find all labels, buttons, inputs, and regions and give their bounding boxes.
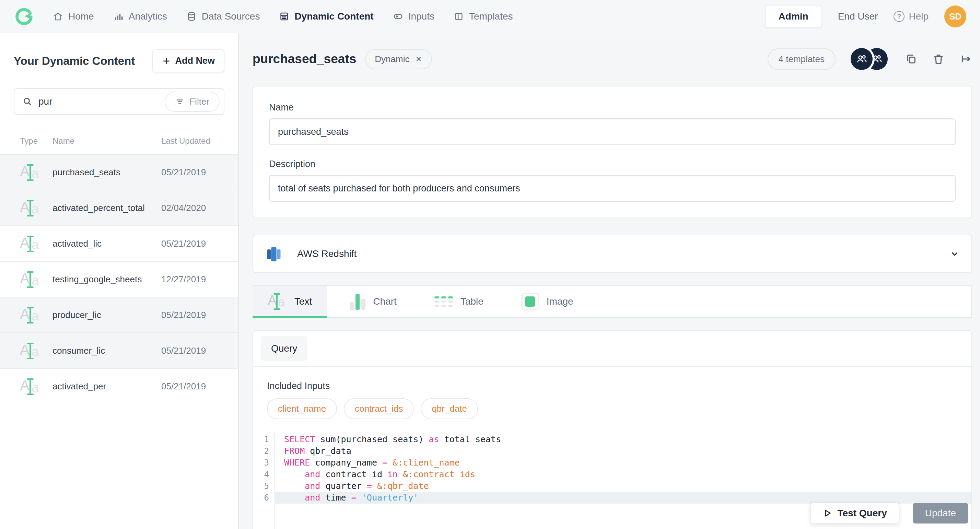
item-last-updated: 05/21/2019: [161, 381, 238, 392]
help-link[interactable]: ? Help: [894, 11, 929, 22]
line-number: 4: [253, 469, 275, 480]
content-list: Aapurchased_seats05/21/2019Aaactivated_p…: [0, 154, 238, 404]
item-last-updated: 05/21/2019: [161, 238, 238, 249]
input-chip[interactable]: client_name: [267, 398, 337, 419]
input-chip[interactable]: qbr_date: [421, 398, 478, 419]
code-token: WHERE: [284, 458, 310, 468]
templates-badge[interactable]: 4 templates: [768, 48, 835, 70]
list-item[interactable]: Aaactivated_per05/21/2019: [0, 368, 238, 404]
export-button[interactable]: [960, 53, 972, 65]
close-icon[interactable]: [415, 55, 422, 63]
code-token: quarter: [320, 481, 366, 491]
item-name: activated_lic: [52, 238, 161, 249]
nav-item-inputs[interactable]: Inputs: [393, 11, 434, 22]
datasource-card[interactable]: AWS Redshift: [253, 235, 972, 273]
tab-text[interactable]: A a Text: [253, 286, 327, 317]
list-item[interactable]: Aaactivated_percent_total02/04/2020: [0, 190, 238, 226]
code-token: and: [305, 481, 320, 491]
query-tab[interactable]: Query: [261, 336, 307, 361]
nav-item-label: Data Sources: [202, 11, 260, 22]
copy-icon: [905, 53, 917, 65]
item-last-updated: 05/21/2019: [161, 345, 238, 356]
end-user-toggle[interactable]: End User: [838, 11, 878, 22]
included-inputs-label: Included Inputs: [253, 381, 971, 391]
chevron-down-icon[interactable]: [950, 249, 960, 259]
description-label: Description: [269, 159, 956, 170]
sidebar: Your Dynamic Content Add New Filter Type…: [0, 33, 239, 529]
arrow-export-icon: [960, 53, 972, 65]
update-button[interactable]: Update: [913, 503, 968, 524]
code-token: 'Quarterly': [362, 492, 418, 503]
test-query-label: Test Query: [838, 508, 887, 519]
question-icon: ?: [894, 11, 905, 22]
item-last-updated: 05/21/2019: [161, 310, 238, 321]
avatar[interactable]: SD: [944, 5, 966, 27]
admin-toggle-button[interactable]: Admin: [765, 5, 822, 28]
redshift-icon: [265, 245, 283, 263]
column-type: Type: [20, 136, 52, 146]
tab-image[interactable]: Image: [506, 286, 589, 317]
nav-item-dynamic-content[interactable]: Dynamic Content: [279, 11, 373, 22]
code-token: SELECT: [284, 434, 315, 444]
input-chip[interactable]: contract_ids: [344, 398, 414, 419]
duplicate-button[interactable]: [905, 53, 917, 65]
name-field[interactable]: [269, 118, 956, 145]
item-name: producer_lic: [52, 310, 161, 321]
layout-icon: [453, 11, 464, 22]
nav-item-home[interactable]: Home: [53, 11, 94, 22]
add-new-button[interactable]: Add New: [152, 49, 224, 72]
description-field[interactable]: [269, 175, 956, 202]
line-number: 5: [253, 480, 275, 492]
code-token: contract_id: [320, 469, 387, 479]
main-panel: purchased_seats Dynamic 4 templates: [240, 33, 980, 529]
letter-a: a: [32, 202, 39, 216]
line-number: 6: [253, 492, 275, 504]
tab-label: Chart: [373, 296, 396, 307]
code-token: =: [352, 492, 356, 503]
text-type-icon: Aa: [20, 340, 42, 361]
text-type-icon: Aa: [20, 198, 42, 218]
dynamic-tag-label: Dynamic: [375, 54, 409, 65]
search-box: Filter: [14, 88, 224, 115]
test-query-button[interactable]: Test Query: [810, 503, 899, 524]
code-line: and contract_id in &:contract_ids: [275, 469, 971, 480]
filter-button[interactable]: Filter: [165, 92, 220, 112]
code-token: &:contract_ids: [403, 469, 475, 479]
list-item[interactable]: Aaactivated_lic05/21/2019: [0, 226, 238, 261]
plus-icon: [162, 57, 171, 65]
dynamic-tag[interactable]: Dynamic: [365, 49, 432, 69]
text-type-icon: Aa: [20, 269, 42, 289]
trash-icon: [932, 53, 945, 65]
text-type-icon: Aa: [20, 376, 42, 397]
letter-a: a: [32, 380, 39, 395]
nav-item-label: Home: [68, 11, 94, 22]
details-card: Name Description: [253, 86, 972, 218]
logo-icon[interactable]: [14, 6, 34, 27]
line-number: 3: [253, 457, 275, 469]
list-item[interactable]: Aaproducer_lic05/21/2019: [0, 297, 238, 332]
nav-item-templates[interactable]: Templates: [453, 11, 513, 22]
stack-icon: [279, 11, 289, 22]
tab-chart[interactable]: Chart: [334, 286, 411, 317]
item-last-updated: 02/04/2020: [161, 203, 238, 213]
search-input[interactable]: [38, 96, 165, 107]
image-type-icon: [521, 292, 539, 310]
code-token: sum(purchased_seats): [315, 434, 429, 444]
page-title: purchased_seats: [253, 52, 356, 66]
list-item[interactable]: Aatesting_google_sheets12/27/2019: [0, 261, 238, 297]
nav-item-data-sources[interactable]: Data Sources: [186, 11, 260, 22]
code-token: [284, 492, 305, 503]
list-item[interactable]: Aaconsumer_lic05/21/2019: [0, 332, 238, 368]
chart-type-icon: [350, 293, 366, 310]
delete-button[interactable]: [932, 53, 945, 65]
nav-item-label: Dynamic Content: [294, 11, 373, 22]
list-item[interactable]: Aapurchased_seats05/21/2019: [0, 154, 238, 190]
code-line: SELECT sum(purchased_seats) as total_sea…: [275, 434, 971, 445]
help-label: Help: [908, 11, 929, 22]
item-last-updated: 12/27/2019: [161, 274, 238, 285]
code-token: time: [320, 492, 351, 503]
tab-table[interactable]: Table: [419, 286, 499, 317]
filter-label: Filter: [189, 96, 209, 107]
shared-users[interactable]: [851, 48, 888, 70]
nav-item-analytics[interactable]: Analytics: [113, 11, 167, 22]
